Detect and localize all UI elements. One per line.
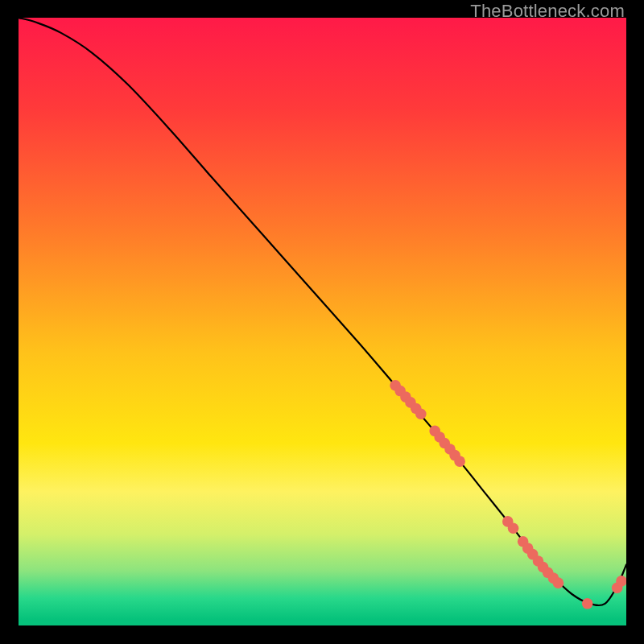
data-point: [553, 577, 564, 588]
data-point: [415, 408, 427, 419]
gradient-background: [19, 18, 626, 625]
data-point: [582, 598, 593, 609]
data-point: [454, 456, 465, 467]
chart-frame: [19, 18, 626, 625]
chart-canvas: [19, 18, 626, 625]
data-point: [508, 522, 519, 534]
